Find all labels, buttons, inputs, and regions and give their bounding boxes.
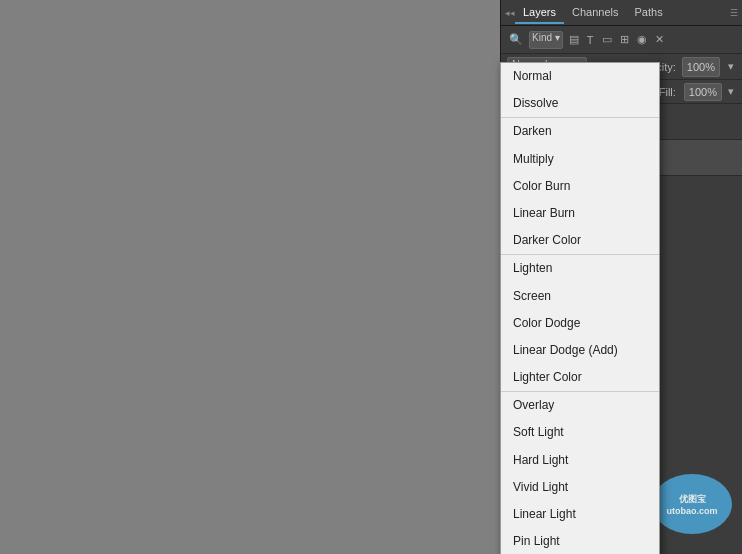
dropdown-item-screen[interactable]: Screen xyxy=(501,283,659,310)
kind-select[interactable]: Kind ▾ xyxy=(529,31,563,49)
fill-label: Fill: xyxy=(659,86,676,98)
dropdown-item-lighter-color[interactable]: Lighter Color xyxy=(501,364,659,391)
fill-value[interactable]: 100% xyxy=(684,83,722,101)
dropdown-item-lighten[interactable]: Lighten xyxy=(501,255,659,282)
dropdown-item-soft-light[interactable]: Soft Light xyxy=(501,419,659,446)
dropdown-group-0: NormalDissolve xyxy=(501,63,659,118)
dropdown-item-darken[interactable]: Darken xyxy=(501,118,659,145)
tab-layers[interactable]: Layers xyxy=(515,2,564,24)
dropdown-group-3: OverlaySoft LightHard LightVivid LightLi… xyxy=(501,392,659,554)
blend-mode-dropdown: NormalDissolveDarkenMultiplyColor BurnLi… xyxy=(500,62,660,554)
dropdown-item-overlay[interactable]: Overlay xyxy=(501,392,659,419)
options-icon[interactable]: ✕ xyxy=(653,32,666,47)
dropdown-item-hard-light[interactable]: Hard Light xyxy=(501,447,659,474)
tab-paths[interactable]: Paths xyxy=(627,2,671,24)
color-filter-icon[interactable]: ◉ xyxy=(635,32,649,47)
opacity-arrow-icon[interactable]: ▾ xyxy=(726,59,736,74)
dropdown-group-1: DarkenMultiplyColor BurnLinear BurnDarke… xyxy=(501,118,659,255)
canvas-area xyxy=(0,0,500,554)
filter-icon[interactable]: ▤ xyxy=(567,32,581,47)
fill-arrow-icon[interactable]: ▾ xyxy=(726,84,736,99)
dropdown-item-multiply[interactable]: Multiply xyxy=(501,146,659,173)
dropdown-item-normal[interactable]: Normal xyxy=(501,63,659,90)
dropdown-item-linear-burn[interactable]: Linear Burn xyxy=(501,200,659,227)
panel-tabs: ◂◂ Layers Channels Paths ☰ xyxy=(501,0,742,26)
dropdown-item-darker-color[interactable]: Darker Color xyxy=(501,227,659,254)
text-filter-icon[interactable]: T xyxy=(585,33,596,47)
toolbar-row: 🔍 Kind ▾ ▤ T ▭ ⊞ ◉ ✕ xyxy=(501,26,742,54)
panel-arrow-left[interactable]: ◂◂ xyxy=(505,8,515,18)
dropdown-group-2: LightenScreenColor DodgeLinear Dodge (Ad… xyxy=(501,255,659,392)
shape-filter-icon[interactable]: ▭ xyxy=(600,32,614,47)
panel-menu-icon[interactable]: ☰ xyxy=(730,8,738,18)
watermark-text: 优图宝utobao.com xyxy=(667,493,718,516)
dropdown-item-vivid-light[interactable]: Vivid Light xyxy=(501,474,659,501)
dropdown-item-color-burn[interactable]: Color Burn xyxy=(501,173,659,200)
dropdown-item-linear-light[interactable]: Linear Light xyxy=(501,501,659,528)
smart-filter-icon[interactable]: ⊞ xyxy=(618,32,631,47)
dropdown-item-pin-light[interactable]: Pin Light xyxy=(501,528,659,554)
dropdown-item-dissolve[interactable]: Dissolve xyxy=(501,90,659,117)
dropdown-item-linear-dodge-add[interactable]: Linear Dodge (Add) xyxy=(501,337,659,364)
dropdown-item-color-dodge[interactable]: Color Dodge xyxy=(501,310,659,337)
tab-channels[interactable]: Channels xyxy=(564,2,626,24)
search-icon[interactable]: 🔍 xyxy=(507,32,525,47)
watermark: 优图宝utobao.com xyxy=(652,474,732,534)
opacity-value[interactable]: 100% xyxy=(682,57,720,77)
